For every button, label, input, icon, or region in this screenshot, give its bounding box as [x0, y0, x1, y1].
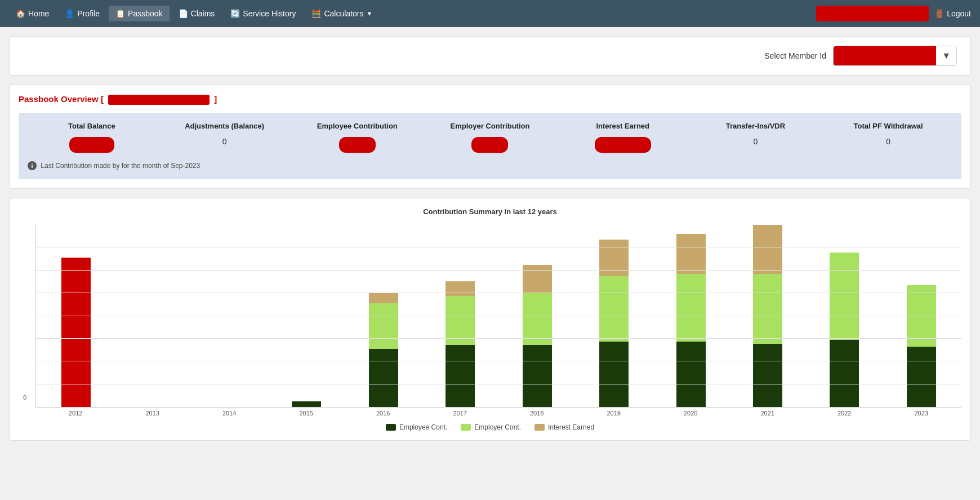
bar-2018-employee [523, 345, 552, 407]
member-select-label: Select Member Id [764, 51, 826, 60]
bar-2021-employer [753, 274, 782, 344]
member-id-value [834, 46, 936, 65]
logout-button[interactable]: 🚪 Logout [934, 9, 971, 18]
bar-2016-employer [369, 303, 398, 349]
header-employer-contribution: Employer Contribution [426, 122, 554, 130]
bar-group-2014 [192, 225, 268, 407]
bar-2023-employee [907, 347, 936, 407]
last-contribution-text: i Last Contribution made by for the mont… [28, 161, 952, 170]
legend-interest-earned: Interest Earned [534, 423, 594, 431]
passbook-section: Passbook Overview [ ] Total Balance Adju… [9, 85, 971, 189]
legend-employee-cont: Employee Cont. [386, 423, 447, 431]
nav-item-passbook[interactable]: 📋 Passbook [109, 6, 169, 21]
value-interest-earned [559, 137, 687, 154]
interest-earned-bar [595, 137, 651, 153]
x-label-2016: 2016 [345, 410, 421, 417]
bar-2019-employer [599, 276, 629, 342]
navbar-left: 🏠 Home 👤 Profile 📋 Passbook 📄 Claims 🔄 S… [9, 6, 816, 21]
bar-2023-employer [907, 285, 936, 347]
chart-area: 0 [19, 225, 961, 417]
bar-2015-employee [292, 401, 321, 407]
legend-label-interest: Interest Earned [548, 423, 594, 431]
value-employee-contribution [293, 137, 421, 154]
x-axis-labels: 2012 2013 2014 2015 2016 2017 2018 2019 … [35, 408, 961, 417]
header-employee-contribution: Employee Contribution [293, 122, 421, 130]
nav-item-home[interactable]: 🏠 Home [9, 6, 56, 21]
bar-group-2023 [884, 225, 959, 407]
summary-table: Total Balance Adjustments (Balance) Empl… [19, 113, 961, 179]
legend-color-employee [386, 424, 396, 431]
dropdown-arrow-icon[interactable]: ▼ [936, 46, 956, 65]
bar-group-2012 [38, 225, 114, 407]
x-label-2021: 2021 [730, 410, 806, 417]
logout-icon: 🚪 [934, 9, 944, 18]
header-total-pf-withdrawal: Total PF Withdrawal [824, 122, 952, 130]
legend-employer-cont: Employer Cont. [461, 423, 521, 431]
x-label-2014: 2014 [191, 410, 268, 417]
bar-2016-employee [369, 349, 398, 407]
value-total-balance [28, 137, 156, 154]
bar-group-2015 [269, 225, 344, 407]
chart-legend: Employee Cont. Employer Cont. Interest E… [19, 423, 961, 431]
x-label-2022: 2022 [807, 410, 883, 417]
bar-2020-employee [676, 342, 706, 407]
nav-item-calculators[interactable]: 🧮 Calculators ▼ [305, 6, 379, 21]
summary-values: 0 0 0 [28, 137, 952, 154]
header-transfer-ins: Transfer-Ins/VDR [692, 122, 820, 130]
legend-label-employee: Employee Cont. [399, 423, 447, 431]
header-total-balance: Total Balance [28, 122, 156, 130]
bar-group-2019 [576, 225, 652, 407]
bar-group-2013 [115, 225, 190, 407]
last-contribution-label: Last Contribution made by for the month … [41, 162, 200, 170]
bar-group-2017 [422, 225, 498, 407]
bar-group-2016 [346, 225, 421, 407]
member-id-dropdown[interactable]: ▼ [833, 46, 957, 66]
chevron-down-icon: ▼ [366, 10, 372, 17]
nav-item-claims[interactable]: 📄 Claims [172, 6, 222, 21]
bar-group-2021 [730, 225, 805, 407]
info-icon: i [28, 161, 37, 170]
x-label-2017: 2017 [422, 410, 498, 417]
nav-label-calculators: Calculators [324, 9, 363, 18]
member-select-bar: Select Member Id ▼ [9, 36, 971, 76]
nav-item-profile[interactable]: 👤 Profile [58, 6, 106, 21]
bar-2020-employer [676, 274, 706, 342]
navbar: 🏠 Home 👤 Profile 📋 Passbook 📄 Claims 🔄 S… [0, 0, 980, 27]
bar-group-2022 [807, 225, 882, 407]
x-label-2015: 2015 [269, 410, 345, 417]
value-transfer-ins: 0 [692, 137, 820, 154]
header-interest-earned: Interest Earned [559, 122, 687, 130]
summary-headers: Total Balance Adjustments (Balance) Empl… [28, 122, 952, 130]
legend-color-interest [534, 424, 545, 431]
bar-2017-interest [446, 281, 475, 296]
chart-title: Contribution Summary in last 12 years [19, 207, 961, 216]
bars-container [36, 225, 961, 407]
home-icon: 🏠 [16, 9, 25, 18]
y-axis-zero: 0 [23, 394, 26, 401]
nav-item-service-history[interactable]: 🔄 Service History [224, 6, 302, 21]
passbook-member-name-bar [108, 95, 210, 105]
navbar-right: 🚪 Logout [816, 6, 971, 21]
employee-contribution-bar [339, 137, 376, 153]
bar-2022-employee [830, 340, 859, 408]
total-balance-bar [69, 137, 114, 153]
x-label-2013: 2013 [115, 410, 191, 417]
bar-group-2018 [500, 225, 575, 407]
legend-color-employer [461, 424, 471, 431]
calculators-icon: 🧮 [311, 9, 321, 18]
bar-2016-interest [369, 293, 398, 303]
x-label-2020: 2020 [653, 410, 729, 417]
bar-2019-interest [599, 240, 629, 276]
bar-2021-employee [753, 344, 782, 407]
bar-2019-employee [599, 342, 629, 407]
chart-plot-area [35, 225, 961, 408]
service-history-icon: 🔄 [230, 9, 240, 18]
value-employer-contribution [426, 137, 554, 154]
x-label-2018: 2018 [499, 410, 575, 417]
chart-section: Contribution Summary in last 12 years 0 [9, 198, 971, 441]
bar-2018-employer [523, 293, 552, 346]
x-label-2023: 2023 [884, 410, 960, 417]
bar-2017-employee [446, 345, 475, 407]
legend-label-employer: Employer Cont. [474, 423, 521, 431]
nav-label-claims: Claims [191, 9, 215, 18]
